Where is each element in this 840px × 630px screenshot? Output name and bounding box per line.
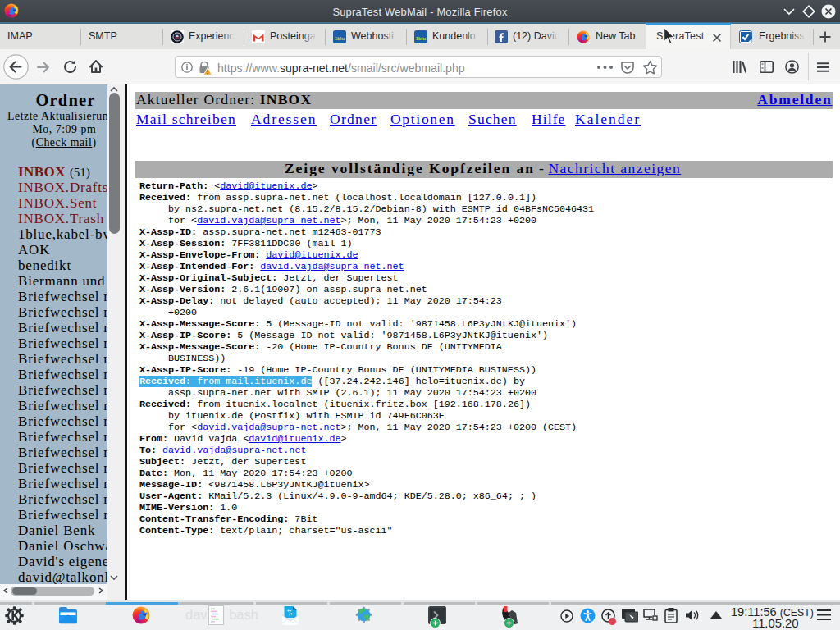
svg-text:1blu: 1blu: [416, 35, 427, 41]
svg-text:1blu: 1blu: [335, 35, 345, 41]
